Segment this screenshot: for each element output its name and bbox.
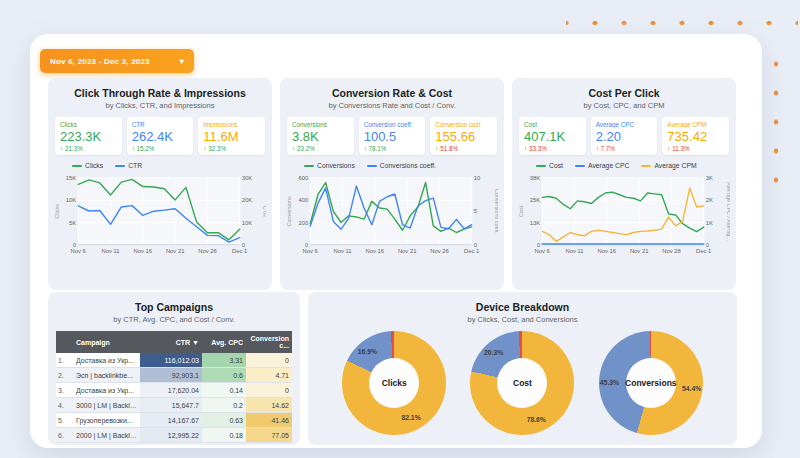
col-avg-cpc[interactable]: Avg. CPC (202, 331, 246, 353)
legend-item: CTR (115, 162, 142, 169)
scorecard-label: Conversions (292, 121, 349, 128)
legend-item: Cost (536, 162, 563, 169)
donut-conversions: Conversions45.3%54.4% (599, 331, 703, 435)
panel-title: Conversion Rate & Cost (280, 87, 504, 99)
line-chart-ctr-impressions: ClicksCTR Nov 6Nov 11Nov 16Nov 21Nov 26D… (48, 155, 272, 270)
col-index (56, 331, 70, 353)
panel-top-campaigns: Top Campaigns by CTR, Avg. CPC, and Cost… (48, 292, 300, 445)
conversion-value: 0 (246, 383, 292, 398)
svg-text:Clicks: Clicks (54, 204, 60, 219)
svg-text:Nov 6: Nov 6 (71, 248, 86, 254)
scorecard: Conversions 3.8K ↑ 23.2% (287, 117, 354, 155)
campaign-name: Доставка из Укр... (70, 383, 140, 398)
svg-text:Nov 21: Nov 21 (630, 248, 649, 254)
ctr-value: 12,995.22 (140, 428, 202, 443)
table-row: 2. Эсп | backlinkbe... 92,903.1 0.6 4.71 (56, 368, 292, 383)
scorecard: Conversion coeff. 100.5 ↑ 78.1% (359, 117, 426, 155)
legend-item: Average CPC (575, 162, 629, 169)
svg-text:Cost: Cost (518, 205, 524, 217)
date-range-picker[interactable]: Nov 6, 2023 - Dec 3, 2023 ▾ (40, 49, 194, 73)
svg-text:5: 5 (474, 208, 477, 214)
scorecard-delta: ↑ 15.2% (132, 145, 189, 152)
line-chart-cost-cpc-cpm: CostAverage CPCAverage CPM Nov 6Nov 11No… (512, 155, 736, 270)
decorative-dots-right (770, 46, 782, 198)
svg-text:Nov 26: Nov 26 (430, 248, 449, 254)
svg-text:Nov 26: Nov 26 (198, 248, 217, 254)
scorecard: CTR 262.4K ↑ 15.2% (127, 117, 194, 155)
scorecard-label: Impressions (203, 121, 260, 128)
scorecard: Conversion cost 155.66 ↑ 51.8% (430, 117, 497, 155)
slice-percentage-label: 54.4% (682, 385, 701, 392)
panel-title: Click Through Rate & Impressions (48, 87, 272, 99)
scorecard-label: Average CPM (667, 121, 724, 128)
col-campaign[interactable]: Campaign (70, 331, 140, 353)
col-conversion[interactable]: Conversion c... (246, 331, 292, 353)
campaign-name: 3000 | LM | Backli... (70, 398, 140, 413)
ctr-value: 116,012.03 (140, 353, 202, 368)
svg-text:Nov 6: Nov 6 (535, 248, 550, 254)
slice-percentage-label: 78.6% (527, 416, 546, 423)
svg-text:38K: 38K (530, 175, 541, 181)
panel-subtitle: by Conversions Rate and Cost / Conv. (280, 101, 504, 110)
row-index: 2. (56, 368, 70, 383)
campaign-name: 2000 | LM | Backli... (70, 428, 140, 443)
svg-text:Nov 16: Nov 16 (366, 248, 385, 254)
svg-text:Conversions: Conversions (286, 196, 292, 227)
svg-text:25K: 25K (530, 197, 541, 203)
row-index: 1. (56, 353, 70, 368)
svg-text:Nov 16: Nov 16 (598, 248, 617, 254)
donut-cost: Cost20.3%78.6% (470, 331, 574, 435)
slice-percentage-label: 20.3% (484, 349, 503, 356)
ctr-value: 17,620.04 (140, 383, 202, 398)
legend-item: Conversions (304, 162, 355, 169)
table-row: 4. 3000 | LM | Backli... 15,647.7 0.2 14… (56, 398, 292, 413)
row-index: 6. (56, 428, 70, 443)
scorecard-row: Clicks 223.3K ↑ 21.3% CTR 262.4K ↑ 15.2%… (48, 117, 272, 155)
scorecard-delta: ↑ 11.3% (667, 145, 724, 152)
avg-cpc-value: 0.6 (202, 368, 246, 383)
donut-row: Clicks16.9%82.1% Cost20.3%78.6% Conversi… (308, 331, 737, 435)
scorecard: Average CPC 2.20 ↑ 7.7% (591, 117, 658, 155)
svg-text:Nov 21: Nov 21 (166, 248, 185, 254)
chart-plot: Nov 6Nov 11Nov 16Nov 21Nov 26Dec 105K10K… (54, 169, 266, 270)
svg-text:10K: 10K (66, 197, 77, 203)
row-index: 4. (56, 398, 70, 413)
panel-subtitle: by Cost, CPC, and CPM (512, 101, 736, 110)
avg-cpc-value: 0.18 (202, 428, 246, 443)
table-row: 1. Доставка из Укр... 116,012.03 3.31 0 (56, 353, 292, 368)
table-row: 6. 2000 | LM | Backli... 12,995.22 0.18 … (56, 428, 292, 443)
campaign-name: Доставка из Укр... (70, 353, 140, 368)
scorecard-delta: ↑ 23.2% (292, 145, 349, 152)
svg-text:13K: 13K (530, 220, 541, 226)
scorecard-delta: ↑ 51.8% (435, 145, 492, 152)
slice-percentage-label: 82.1% (401, 414, 420, 421)
svg-text:10: 10 (474, 175, 481, 181)
svg-text:Dec 1: Dec 1 (696, 248, 711, 254)
panel-title: Top Campaigns (48, 301, 300, 313)
donut-center-label: Clicks (342, 331, 446, 435)
svg-text:400: 400 (298, 197, 309, 203)
donut-center-label: Cost (470, 331, 574, 435)
scorecard-label: Average CPC (596, 121, 653, 128)
panel-cost-per-click: Cost Per Click by Cost, CPC, and CPM Cos… (512, 78, 736, 290)
scorecard: Cost 407.1K ↑ 33.3% (519, 117, 586, 155)
svg-text:5K: 5K (69, 220, 76, 226)
scorecard-label: CTR (132, 121, 189, 128)
svg-text:Conversions coeff.: Conversions coeff. (494, 189, 498, 234)
scorecard-label: Conversion cost (435, 121, 492, 128)
scorecard-row: Conversions 3.8K ↑ 23.2% Conversion coef… (280, 117, 504, 155)
svg-text:Nov 11: Nov 11 (101, 248, 119, 254)
svg-text:Nov 21: Nov 21 (398, 248, 417, 254)
svg-text:CTR: CTR (262, 206, 266, 217)
scorecard-delta: ↑ 78.1% (364, 145, 421, 152)
slice-percentage-label: 16.9% (358, 348, 377, 355)
panel-subtitle: by Clicks, Cost, and Conversions (308, 315, 737, 324)
panel-subtitle: by Clicks, CTR, and Impressions (48, 101, 272, 110)
donut-clicks: Clicks16.9%82.1% (342, 331, 446, 435)
sort-desc-icon: ▼ (192, 339, 199, 346)
scorecard-label: Conversion coeff. (364, 121, 421, 128)
date-range-label: Nov 6, 2023 - Dec 3, 2023 (50, 57, 150, 66)
col-ctr[interactable]: CTR ▼ (140, 331, 202, 353)
panel-title: Device Breakdown (308, 301, 737, 313)
legend-item: Clicks (72, 162, 103, 169)
